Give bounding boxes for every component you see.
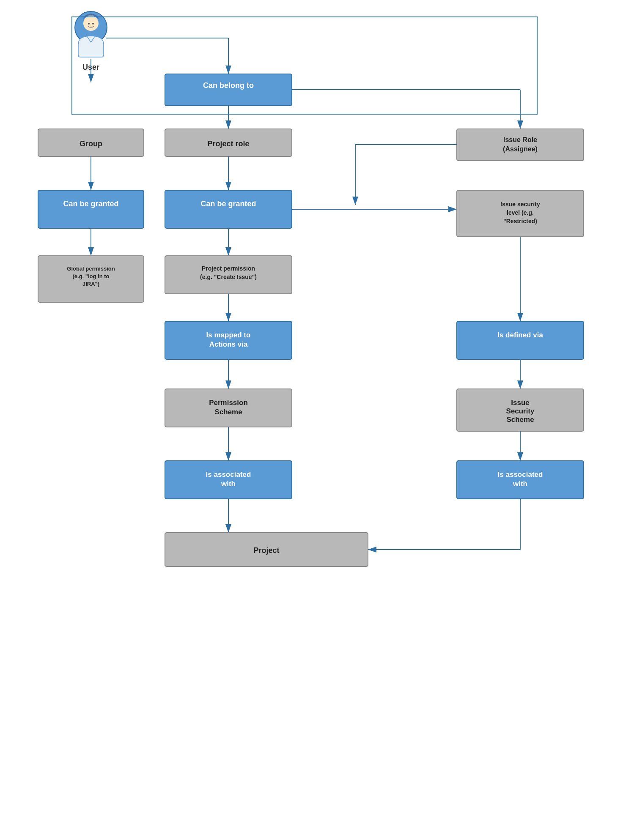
svg-point-4 bbox=[88, 23, 90, 25]
svg-text:Security: Security bbox=[506, 407, 535, 415]
svg-text:Project permission: Project permission bbox=[202, 265, 255, 272]
svg-text:Global permission: Global permission bbox=[67, 265, 115, 272]
svg-text:Is mapped to: Is mapped to bbox=[206, 331, 251, 339]
svg-text:Issue Role: Issue Role bbox=[503, 136, 537, 143]
svg-text:Project: Project bbox=[253, 546, 279, 555]
svg-text:Actions via: Actions via bbox=[209, 340, 248, 348]
svg-text:Can be granted: Can be granted bbox=[200, 200, 256, 208]
svg-point-5 bbox=[92, 23, 94, 25]
svg-rect-19 bbox=[457, 129, 584, 161]
svg-text:(e.g. "Create Issue"): (e.g. "Create Issue") bbox=[200, 274, 257, 280]
svg-point-3 bbox=[83, 16, 99, 31]
svg-text:Can be granted: Can be granted bbox=[63, 200, 118, 208]
svg-text:Scheme: Scheme bbox=[506, 416, 534, 424]
svg-text:Issue security: Issue security bbox=[500, 201, 540, 208]
svg-rect-26 bbox=[38, 190, 144, 228]
svg-text:(e.g. "log in to: (e.g. "log in to bbox=[72, 273, 109, 279]
svg-rect-6 bbox=[72, 17, 537, 114]
svg-text:Is defined via: Is defined via bbox=[497, 331, 543, 339]
svg-text:"Restricted): "Restricted) bbox=[503, 218, 537, 224]
svg-text:Project role: Project role bbox=[207, 140, 249, 148]
svg-text:Issue: Issue bbox=[511, 399, 529, 407]
svg-text:Can belong to: Can belong to bbox=[203, 81, 254, 90]
svg-text:with: with bbox=[513, 480, 527, 488]
svg-rect-49 bbox=[457, 321, 584, 359]
svg-text:(Assignee): (Assignee) bbox=[503, 145, 538, 153]
svg-text:Permission: Permission bbox=[209, 399, 248, 407]
svg-text:Is associated: Is associated bbox=[206, 471, 251, 479]
svg-text:Scheme: Scheme bbox=[214, 408, 242, 416]
svg-rect-28 bbox=[165, 190, 292, 228]
svg-text:level (e.g.: level (e.g. bbox=[507, 209, 534, 216]
svg-text:Group: Group bbox=[80, 140, 102, 148]
svg-rect-10 bbox=[165, 74, 292, 106]
diagram-container: User Can belong to Group Project role Is… bbox=[0, 0, 623, 840]
svg-text:with: with bbox=[221, 480, 236, 488]
svg-text:JIRA"): JIRA") bbox=[82, 281, 99, 287]
svg-text:Is associated: Is associated bbox=[498, 471, 543, 479]
